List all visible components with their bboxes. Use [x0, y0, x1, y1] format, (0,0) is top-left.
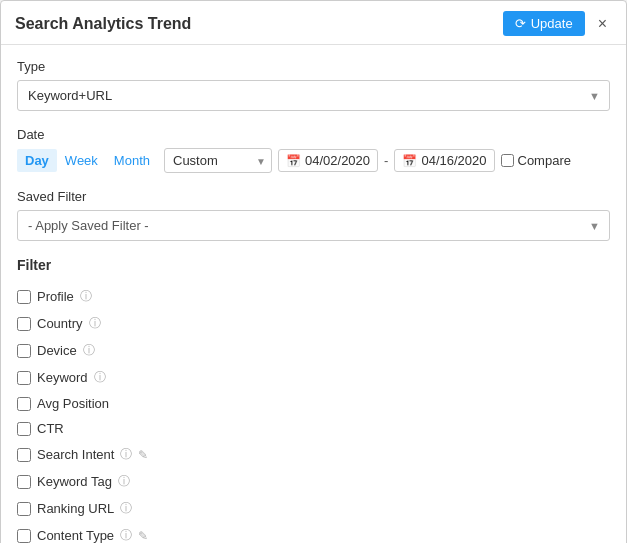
filter-checkbox-search-intent[interactable]: [17, 448, 31, 462]
date-tab-week[interactable]: Week: [57, 149, 106, 172]
filter-label-ctr: CTR: [37, 421, 64, 436]
calendar-icon: 📅: [286, 154, 301, 168]
edit-icon-content-type[interactable]: ✎: [138, 529, 148, 543]
type-section: Type Keyword+URL Keyword URL ▼: [17, 59, 610, 111]
filter-section-label: Filter: [17, 257, 610, 273]
calendar-icon-end: 📅: [402, 154, 417, 168]
filter-checkbox-avg-position[interactable]: [17, 397, 31, 411]
info-icon-content-type[interactable]: ⓘ: [120, 527, 132, 543]
info-icon-keyword-tag[interactable]: ⓘ: [118, 473, 130, 490]
saved-filter-select[interactable]: - Apply Saved Filter -: [17, 210, 610, 241]
type-select-wrapper: Keyword+URL Keyword URL ▼: [17, 80, 610, 111]
date-label: Date: [17, 127, 610, 142]
compare-checkbox[interactable]: [501, 154, 514, 167]
start-date-value: 04/02/2020: [305, 153, 370, 168]
filter-checkbox-ranking-url[interactable]: [17, 502, 31, 516]
saved-filter-select-wrapper: - Apply Saved Filter - ▼: [17, 210, 610, 241]
filter-item-content-type: Content Type ⓘ ✎: [17, 522, 610, 543]
edit-icon-search-intent[interactable]: ✎: [138, 448, 148, 462]
filter-checkbox-profile[interactable]: [17, 290, 31, 304]
filter-item-avg-position: Avg Position: [17, 391, 610, 416]
filter-label-device: Device: [37, 343, 77, 358]
info-icon-search-intent[interactable]: ⓘ: [120, 446, 132, 463]
filter-label-search-intent: Search Intent: [37, 447, 114, 462]
filter-item-search-intent: Search Intent ⓘ ✎: [17, 441, 610, 468]
header-actions: ⟳ Update ×: [503, 11, 612, 36]
date-range-separator: -: [384, 153, 388, 168]
date-range-select-wrapper: Custom Last 7 Days Last 30 Days ▼: [164, 148, 272, 173]
filter-item-keyword: Keyword ⓘ: [17, 364, 610, 391]
date-tab-day[interactable]: Day: [17, 149, 57, 172]
search-analytics-dialog: Search Analytics Trend ⟳ Update × Type K…: [0, 0, 627, 543]
filter-label-country: Country: [37, 316, 83, 331]
filter-label-avg-position: Avg Position: [37, 396, 109, 411]
date-range-select[interactable]: Custom Last 7 Days Last 30 Days: [164, 148, 272, 173]
filter-label-profile: Profile: [37, 289, 74, 304]
dialog-body: Type Keyword+URL Keyword URL ▼ Date Day …: [1, 45, 626, 543]
filter-label-ranking-url: Ranking URL: [37, 501, 114, 516]
filter-section: Filter Profile ⓘ Country ⓘ Device ⓘ: [17, 257, 610, 543]
info-icon-country[interactable]: ⓘ: [89, 315, 101, 332]
type-select[interactable]: Keyword+URL Keyword URL: [17, 80, 610, 111]
filter-checkbox-device[interactable]: [17, 344, 31, 358]
date-tabs: Day Week Month: [17, 149, 158, 172]
filter-checkbox-content-type[interactable]: [17, 529, 31, 543]
filter-item-device: Device ⓘ: [17, 337, 610, 364]
dialog-header: Search Analytics Trend ⟳ Update ×: [1, 1, 626, 45]
filter-item-country: Country ⓘ: [17, 310, 610, 337]
filter-item-profile: Profile ⓘ: [17, 283, 610, 310]
filter-checkbox-keyword-tag[interactable]: [17, 475, 31, 489]
filter-label-content-type: Content Type: [37, 528, 114, 543]
update-button[interactable]: ⟳ Update: [503, 11, 585, 36]
filter-label-keyword-tag: Keyword Tag: [37, 474, 112, 489]
date-row: Day Week Month Custom Last 7 Days Last 3…: [17, 148, 610, 173]
filter-item-keyword-tag: Keyword Tag ⓘ: [17, 468, 610, 495]
date-section: Date Day Week Month Custom Last 7 Days L…: [17, 127, 610, 173]
close-button[interactable]: ×: [593, 13, 612, 35]
end-date-value: 04/16/2020: [421, 153, 486, 168]
filter-item-ctr: CTR: [17, 416, 610, 441]
dialog-title: Search Analytics Trend: [15, 15, 191, 33]
start-date-input[interactable]: 📅 04/02/2020: [278, 149, 378, 172]
refresh-icon: ⟳: [515, 16, 526, 31]
info-icon-device[interactable]: ⓘ: [83, 342, 95, 359]
end-date-input[interactable]: 📅 04/16/2020: [394, 149, 494, 172]
filter-checkbox-keyword[interactable]: [17, 371, 31, 385]
date-tab-month[interactable]: Month: [106, 149, 158, 172]
saved-filter-section: Saved Filter - Apply Saved Filter - ▼: [17, 189, 610, 241]
type-label: Type: [17, 59, 610, 74]
filter-checkbox-country[interactable]: [17, 317, 31, 331]
compare-label[interactable]: Compare: [501, 153, 571, 168]
info-icon-keyword[interactable]: ⓘ: [94, 369, 106, 386]
info-icon-ranking-url[interactable]: ⓘ: [120, 500, 132, 517]
info-icon-profile[interactable]: ⓘ: [80, 288, 92, 305]
filter-label-keyword: Keyword: [37, 370, 88, 385]
filter-checkbox-ctr[interactable]: [17, 422, 31, 436]
filter-item-ranking-url: Ranking URL ⓘ: [17, 495, 610, 522]
saved-filter-label: Saved Filter: [17, 189, 610, 204]
